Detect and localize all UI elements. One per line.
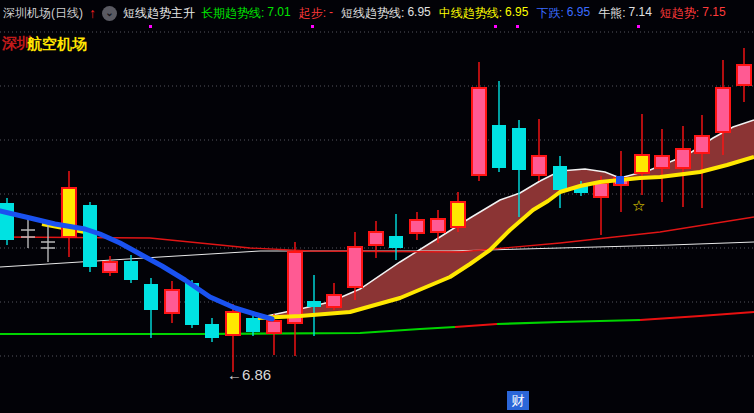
indicator-header: 深圳机场(日线) ↑ ⌄ 短线趋势主升 长期趋势线:7.01起步:-短线趋势线:… bbox=[0, 0, 754, 26]
indicator-field: 起步:- bbox=[299, 5, 333, 22]
star-marker-icon: ☆ bbox=[632, 197, 645, 215]
stock-title: 深圳机场(日线) bbox=[3, 5, 83, 22]
indicator-values: 长期趋势线:7.01起步:-短线趋势线:6.95中线趋势线:6.95下跌:6.9… bbox=[201, 5, 726, 22]
indicator-field: 牛熊:7.14 bbox=[598, 5, 652, 22]
chevron-down-icon[interactable]: ⌄ bbox=[102, 6, 117, 21]
caption-yellow-text: 航空机场 bbox=[27, 35, 87, 54]
indicator-field: 短趋势:7.15 bbox=[660, 5, 726, 22]
up-arrow-icon: ↑ bbox=[89, 6, 96, 20]
indicator-name: 短线趋势主升 bbox=[123, 5, 195, 22]
finance-info-badge[interactable]: 财 bbox=[507, 391, 529, 410]
indicator-field: 长期趋势线:7.01 bbox=[201, 5, 291, 22]
trading-app-window: 深圳机场(日线) ↑ ⌄ 短线趋势主升 长期趋势线:7.01起步:-短线趋势线:… bbox=[0, 0, 754, 413]
indicator-field: 中线趋势线:6.95 bbox=[439, 5, 529, 22]
low-price-label: ←6.86 bbox=[227, 366, 271, 383]
indicator-field: 短线趋势线:6.95 bbox=[341, 5, 431, 22]
chart-caption: 深圳 航空机场 bbox=[2, 34, 202, 54]
indicator-field: 下跌:6.95 bbox=[536, 5, 590, 22]
